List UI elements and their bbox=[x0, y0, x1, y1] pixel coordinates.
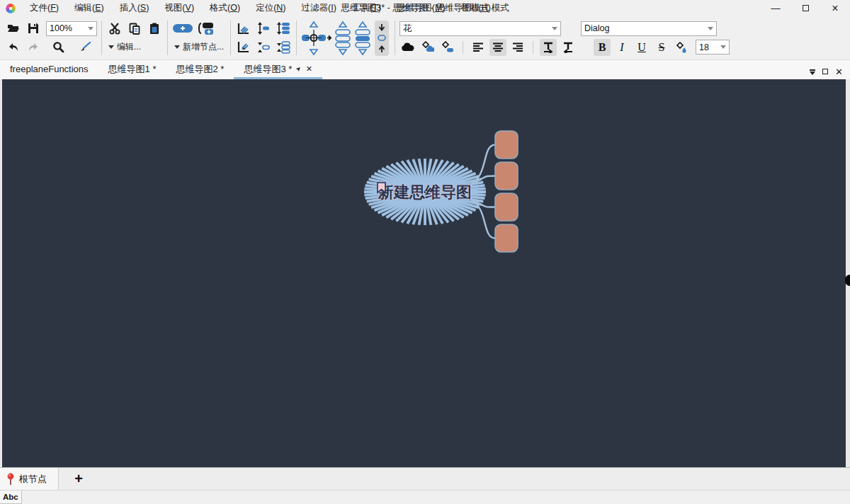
menubar: 文件(F)编辑(E)插入(S)视图(V)格式(O)定位(N)过滤器(I)工具(T… bbox=[22, 0, 499, 16]
font-combobox[interactable]: Dialog bbox=[581, 21, 717, 36]
search-button[interactable] bbox=[50, 39, 67, 56]
map-tabbar: freeplaneFunctions思维导图1 *思维导图2 *思维导图3 *➤… bbox=[0, 60, 850, 79]
layout-outline-button[interactable] bbox=[334, 20, 352, 57]
font-color-button[interactable] bbox=[673, 39, 690, 56]
map-tab-label: 思维导图2 * bbox=[176, 63, 224, 76]
map-tab[interactable]: 思维导图1 * bbox=[98, 60, 166, 79]
new-node-icon bbox=[172, 23, 193, 34]
italic-button[interactable]: I bbox=[613, 39, 630, 56]
menu-item[interactable]: 编辑(E) bbox=[67, 0, 112, 16]
map-tab[interactable]: 思维导图2 * bbox=[166, 60, 234, 79]
add-node-tab-button[interactable]: + bbox=[59, 468, 98, 490]
new-child-node-button[interactable] bbox=[196, 20, 215, 37]
close-tab-icon[interactable]: ✕ bbox=[306, 65, 312, 73]
menu-item[interactable]: 文件(F) bbox=[22, 0, 67, 16]
menu-item[interactable]: 工具(T) bbox=[344, 0, 389, 16]
increase-branch-spacing-button[interactable] bbox=[235, 20, 252, 37]
map-canvas[interactable]: 新建思维导图 bbox=[0, 79, 850, 467]
text-direction-rtl-button[interactable] bbox=[560, 39, 577, 56]
root-node-tab[interactable]: 根节点 bbox=[0, 468, 59, 490]
cloud-color-button[interactable] bbox=[419, 39, 436, 56]
menu-item[interactable]: 过滤器(I) bbox=[294, 0, 344, 16]
decrease-node-gap-button[interactable] bbox=[255, 39, 272, 56]
align-center-icon bbox=[492, 42, 504, 52]
panel-collapse-handle[interactable] bbox=[845, 275, 850, 286]
align-center-button[interactable] bbox=[489, 39, 506, 56]
child-node[interactable] bbox=[495, 193, 518, 221]
node-background-color-button[interactable] bbox=[439, 39, 456, 56]
maximize-icon bbox=[803, 5, 809, 11]
detach-tab-icon[interactable]: ➤ bbox=[295, 65, 303, 74]
menu-item[interactable]: 帮助(H) bbox=[453, 0, 499, 16]
cloud-icon bbox=[401, 42, 415, 52]
font-size-combobox[interactable]: 18 bbox=[696, 40, 730, 55]
minimize-button[interactable]: — bbox=[761, 0, 790, 16]
titlebar: 文件(F)编辑(E)插入(S)视图(V)格式(O)定位(N)过滤器(I)工具(T… bbox=[0, 0, 850, 16]
decrease-children-gap-button[interactable] bbox=[275, 39, 292, 56]
copy-button[interactable] bbox=[126, 20, 143, 37]
new-node-button[interactable] bbox=[172, 20, 193, 37]
style-combobox[interactable]: 花 bbox=[400, 21, 561, 36]
text-direction-ltr-button[interactable] bbox=[540, 39, 557, 56]
undo-button[interactable] bbox=[5, 39, 22, 56]
increase-node-gap-button[interactable] bbox=[255, 20, 272, 37]
file-group bbox=[3, 18, 44, 58]
style-combo-value: 花 bbox=[403, 23, 412, 35]
root-node-label[interactable]: 新建思维导图 bbox=[378, 183, 472, 201]
pen-icon bbox=[79, 42, 91, 52]
map-tab[interactable]: 思维导图3 *➤✕ bbox=[234, 60, 322, 79]
layout-group bbox=[299, 18, 392, 58]
child-node[interactable] bbox=[495, 162, 518, 190]
menu-item[interactable]: 思维导图(M) bbox=[389, 0, 453, 16]
menu-item[interactable]: 视图(V) bbox=[157, 0, 202, 16]
increase-children-gap-button[interactable] bbox=[275, 20, 292, 37]
edit-dropdown[interactable]: 编辑... bbox=[106, 41, 143, 53]
open-folder-icon bbox=[7, 23, 20, 34]
toolbar-separator bbox=[167, 21, 168, 55]
paste-button[interactable] bbox=[146, 20, 163, 37]
add-node-dropdown-label: 新增节点... bbox=[183, 41, 224, 53]
zoom-value: 100% bbox=[50, 23, 72, 33]
zoom-search-group: 100% bbox=[44, 18, 99, 58]
compact-layout-toggle[interactable] bbox=[375, 21, 389, 56]
toolbar-separator bbox=[230, 21, 231, 55]
mapview-maximize-icon[interactable] bbox=[822, 69, 828, 74]
map-tab[interactable]: freeplaneFunctions bbox=[0, 60, 98, 79]
italic-label: I bbox=[620, 41, 623, 54]
mapview-close-icon[interactable]: ✕ bbox=[835, 67, 843, 76]
node-background-color-icon bbox=[441, 41, 454, 53]
redo-button[interactable] bbox=[25, 39, 42, 56]
copy-icon bbox=[129, 23, 140, 35]
toolbar-separator bbox=[101, 21, 102, 55]
mapview-minimize-icon[interactable] bbox=[810, 69, 815, 75]
align-right-button[interactable] bbox=[509, 39, 526, 56]
child-node[interactable] bbox=[495, 224, 518, 252]
statusbar: Abc bbox=[0, 490, 850, 504]
menu-item[interactable]: 定位(N) bbox=[248, 0, 293, 16]
right-scroll-strip[interactable] bbox=[846, 79, 850, 467]
decrease-branch-spacing-button[interactable] bbox=[235, 39, 252, 56]
cut-button[interactable] bbox=[106, 20, 123, 37]
cloud-button[interactable] bbox=[400, 39, 416, 56]
increase-gap-icon bbox=[257, 22, 270, 35]
redo-icon bbox=[27, 42, 40, 52]
strikethrough-button[interactable]: S bbox=[653, 39, 670, 56]
underline-button[interactable]: U bbox=[633, 39, 650, 56]
menu-item[interactable]: 插入(S) bbox=[112, 0, 157, 16]
child-node[interactable] bbox=[495, 131, 518, 159]
layout-filled-button[interactable] bbox=[353, 20, 372, 57]
bold-button[interactable]: B bbox=[594, 39, 611, 56]
font-combo-value: Dialog bbox=[584, 23, 609, 33]
map-tab-label: 思维导图3 * bbox=[244, 63, 292, 76]
close-button[interactable]: × bbox=[820, 0, 850, 16]
maximize-button[interactable] bbox=[790, 0, 820, 16]
align-left-button[interactable] bbox=[470, 39, 487, 56]
layout-selected-node-button[interactable] bbox=[301, 20, 332, 57]
edit-pen-button[interactable] bbox=[76, 39, 94, 56]
add-node-dropdown[interactable]: 新增节点... bbox=[172, 41, 226, 53]
menu-item[interactable]: 格式(O) bbox=[202, 0, 248, 16]
save-button[interactable] bbox=[25, 20, 42, 37]
open-button[interactable] bbox=[5, 20, 22, 37]
zoom-combobox[interactable]: 100% bbox=[46, 21, 97, 36]
root-tab-label: 根节点 bbox=[19, 473, 47, 486]
